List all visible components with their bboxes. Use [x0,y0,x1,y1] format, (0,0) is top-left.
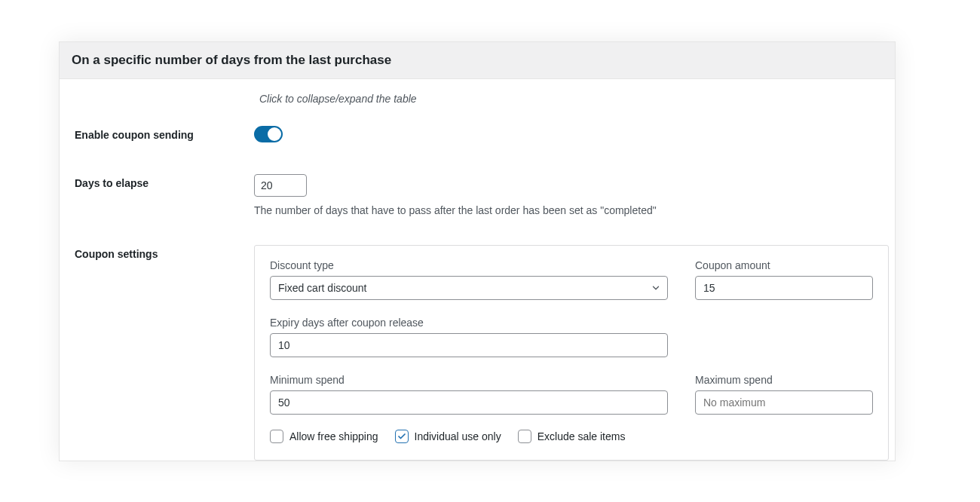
panel-body: Click to collapse/expand the table Enabl… [60,79,895,461]
exclude-sale-items-checkbox[interactable]: Exclude sale items [518,430,626,443]
days-to-elapse-helper: The number of days that have to pass aft… [254,204,880,216]
coupon-amount-input[interactable] [695,276,873,300]
enable-coupon-sending-toggle[interactable] [254,126,283,142]
row-coupon-settings: Coupon settings Discount type Fixed cart… [75,245,880,461]
label-max-spend: Maximum spend [695,374,873,386]
individual-use-only-label: Individual use only [415,430,501,442]
max-spend-input[interactable] [695,390,873,415]
label-days-to-elapse: Days to elapse [75,174,254,189]
settings-panel: On a specific number of days from the la… [59,41,896,461]
label-coupon-settings: Coupon settings [75,245,254,260]
label-expiry-days: Expiry days after coupon release [270,317,668,329]
allow-free-shipping-checkbox[interactable]: Allow free shipping [270,430,378,443]
row-days-to-elapse: Days to elapse The number of days that h… [75,174,880,216]
days-to-elapse-input[interactable] [254,174,307,197]
label-min-spend: Minimum spend [270,374,668,386]
coupon-settings-box: Discount type Fixed cart discount [254,245,889,461]
checkbox-row: Allow free shipping Individual use only [270,430,873,443]
checkbox-box [518,430,531,443]
checkbox-box [270,430,283,443]
individual-use-only-checkbox[interactable]: Individual use only [395,430,501,443]
label-coupon-amount: Coupon amount [695,259,873,271]
panel-title: On a specific number of days from the la… [72,53,391,67]
label-enable-coupon-sending: Enable coupon sending [75,126,254,141]
min-spend-input[interactable] [270,390,668,415]
discount-type-value: Fixed cart discount [278,282,367,294]
expiry-days-input[interactable] [270,333,668,357]
row-enable-coupon-sending: Enable coupon sending [75,126,880,145]
chevron-down-icon [651,283,661,293]
collapse-hint: Click to collapse/expand the table [259,90,880,105]
discount-type-select[interactable]: Fixed cart discount [270,276,668,300]
panel-header[interactable]: On a specific number of days from the la… [60,42,895,79]
label-discount-type: Discount type [270,259,668,271]
checkbox-box [395,430,409,443]
allow-free-shipping-label: Allow free shipping [289,430,378,442]
exclude-sale-items-label: Exclude sale items [537,430,626,442]
toggle-knob [268,127,281,141]
